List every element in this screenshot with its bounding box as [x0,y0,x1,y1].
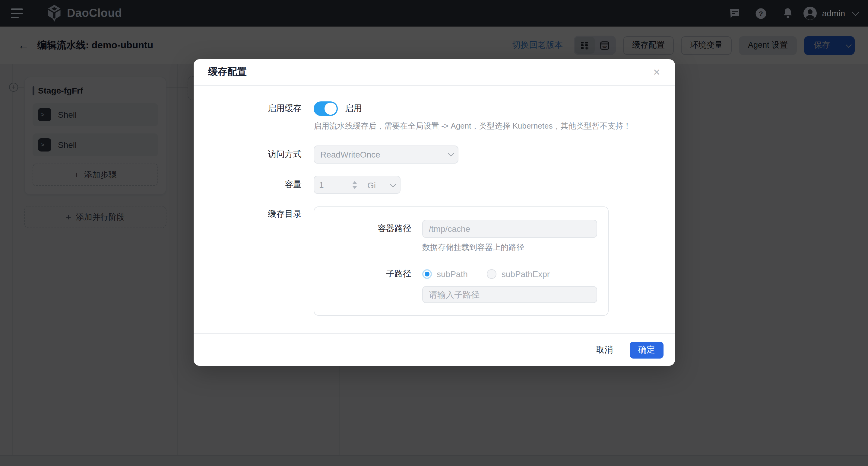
access-mode-value: ReadWriteOnce [320,150,380,159]
capacity-input-group: 1 Gi [314,176,401,194]
close-icon[interactable]: ✕ [651,64,663,80]
select-chevron-down-icon [448,150,454,156]
capacity-row: 容量 1 Gi [194,176,675,194]
enable-cache-state: 启用 [345,103,362,114]
capacity-unit-select[interactable]: Gi [361,176,400,194]
subpath-input[interactable] [422,286,597,303]
subpathexpr-option-label: subPathExpr [501,269,550,279]
capacity-label: 容量 [194,179,302,190]
subpath-radio[interactable]: subPath [422,269,468,279]
modal-footer: 取消 确定 [194,333,675,366]
enable-cache-row: 启用缓存 启用 [194,101,675,116]
cache-dir-box: 容器路径 数据存储挂载到容器上的路径 子路径 subPath [314,206,609,316]
container-path-row: 容器路径 [314,220,608,238]
modal-header: 缓存配置 ✕ [194,59,675,86]
container-path-help: 数据存储挂载到容器上的路径 [422,242,608,253]
cache-dir-row: 缓存目录 容器路径 数据存储挂载到容器上的路径 子路径 [194,206,675,316]
subpath-input-row [422,286,608,303]
container-path-label: 容器路径 [314,223,411,234]
radio-selected-icon [422,269,432,279]
app-root: DaoCloud ? admin ← [0,0,868,466]
subpath-label: 子路径 [314,269,411,280]
confirm-button[interactable]: 确定 [630,341,663,358]
modal-title: 缓存配置 [208,66,247,79]
subpath-option-label: subPath [437,269,468,279]
enable-cache-help: 启用流水线缓存后，需要在全局设置 -> Agent，类型选择 Kubernete… [314,121,675,132]
container-path-input[interactable] [422,220,597,238]
cache-dir-label: 缓存目录 [194,206,302,220]
access-mode-label: 访问方式 [194,149,302,160]
select-chevron-down-icon [390,181,396,187]
access-mode-row: 访问方式 ReadWriteOnce [194,145,675,164]
spinner-up-icon[interactable] [352,181,357,184]
subpathexpr-radio[interactable]: subPathExpr [487,269,550,279]
capacity-spinners [352,176,357,193]
toggle-knob [324,103,337,115]
subpath-row: 子路径 subPath subPathExpr [314,269,608,280]
enable-cache-toggle[interactable] [314,101,338,116]
capacity-number-input[interactable]: 1 [314,176,361,193]
cache-config-modal: 缓存配置 ✕ 启用缓存 启用 启用流水线缓存后，需要在全局设置 -> Agent… [194,59,675,366]
radio-unselected-icon [487,269,497,279]
spinner-down-icon[interactable] [352,185,357,188]
modal-body: 启用缓存 启用 启用流水线缓存后，需要在全局设置 -> Agent，类型选择 K… [194,86,675,333]
access-mode-select[interactable]: ReadWriteOnce [314,145,459,164]
cancel-button[interactable]: 取消 [588,341,621,359]
capacity-value: 1 [319,180,324,190]
enable-cache-label: 启用缓存 [194,103,302,114]
capacity-unit-value: Gi [367,180,376,190]
